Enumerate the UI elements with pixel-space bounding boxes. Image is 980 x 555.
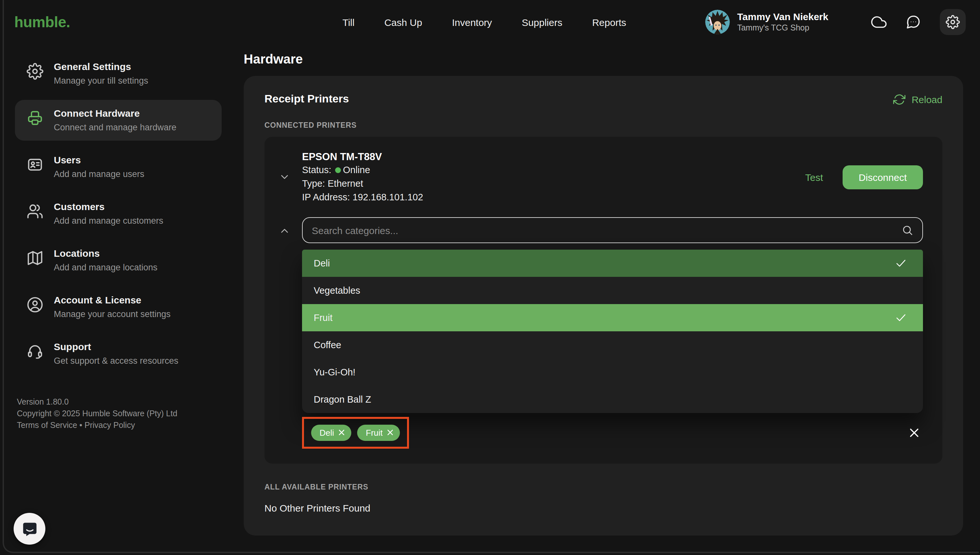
- main-content: Hardware Receipt Printers Reload CONNECT…: [235, 44, 980, 555]
- legal-links[interactable]: Terms of Service • Privacy Policy: [17, 420, 222, 431]
- category-collapse-button[interactable]: [275, 225, 294, 449]
- top-bar: humble. Till Cash Up Inventory Suppliers…: [0, 0, 980, 44]
- category-option[interactable]: Yu-Gi-Oh!: [302, 359, 923, 386]
- nav-item-till[interactable]: Till: [343, 16, 354, 27]
- nav-item-reports[interactable]: Reports: [592, 16, 626, 27]
- sidebar-footer: Version 1.80.0 Copyright © 2025 Humble S…: [17, 396, 222, 431]
- chevron-down-icon: [275, 171, 294, 183]
- sidebar-item-users[interactable]: Users Add and manage users: [15, 146, 222, 188]
- id-card-icon: [27, 156, 43, 173]
- check-icon: [894, 311, 907, 324]
- people-icon: [27, 203, 43, 220]
- sidebar-item-title: Customers: [54, 201, 163, 212]
- printer-name: EPSON TM-T88V: [302, 150, 423, 164]
- disconnect-button[interactable]: Disconnect: [842, 165, 923, 189]
- map-icon: [27, 250, 43, 266]
- refresh-icon: [894, 93, 906, 105]
- printer-row: EPSON TM-T88V Status:Online Type: Ethern…: [264, 137, 942, 216]
- category-tag-label: Deli: [320, 428, 334, 437]
- printer-type-line: Type: Ethernet: [302, 177, 423, 191]
- printer-panel: EPSON TM-T88V Status:Online Type: Ethern…: [264, 137, 942, 464]
- printer-status-value: Online: [343, 165, 370, 175]
- printer-expand-button[interactable]: [275, 171, 294, 183]
- app-window: humble. Till Cash Up Inventory Suppliers…: [0, 0, 980, 555]
- sidebar-item-title: General Settings: [54, 61, 148, 72]
- sidebar-item-subtitle: Add and manage customers: [54, 216, 163, 226]
- category-option[interactable]: Vegetables: [302, 277, 923, 304]
- category-option-label: Yu-Gi-Oh!: [314, 367, 355, 377]
- sidebar-item-subtitle: Connect and manage hardware: [54, 122, 176, 132]
- copyright: Copyright © 2025 Humble Software (Pty) L…: [17, 408, 222, 420]
- humble-logo[interactable]: humble.: [14, 13, 70, 31]
- printer-actions: Test Disconnect: [805, 165, 923, 189]
- category-tag[interactable]: Deli: [311, 424, 352, 441]
- headset-icon: [27, 343, 43, 360]
- category-option[interactable]: Deli: [302, 250, 923, 277]
- sidebar-item-subtitle: Manage your till settings: [54, 76, 148, 86]
- category-dropdown: Deli Vegetables: [302, 250, 923, 413]
- category-option-label: Dragon Ball Z: [314, 394, 371, 404]
- sidebar-item-locations[interactable]: Locations Add and manage locations: [15, 240, 222, 281]
- sidebar-item-subtitle: Get support & access resources: [54, 356, 178, 366]
- category-option[interactable]: Fruit: [302, 304, 923, 331]
- check-icon: [894, 257, 907, 270]
- remove-tag-icon[interactable]: [338, 428, 346, 436]
- chevron-up-icon: [275, 225, 294, 237]
- sidebar-item-subtitle: Add and manage locations: [54, 263, 157, 272]
- available-printers-heading: ALL AVAILABLE PRINTERS: [264, 483, 942, 491]
- chat-bubble-icon: [21, 520, 38, 537]
- printer-status-line: Status:Online: [302, 164, 423, 177]
- remove-tag-icon[interactable]: [387, 428, 394, 436]
- sidebar-item-support[interactable]: Support Get support & access resources: [15, 333, 222, 374]
- category-option-label: Deli: [314, 258, 330, 268]
- close-icon: [908, 426, 921, 439]
- nav-item-cash-up[interactable]: Cash Up: [384, 16, 422, 27]
- nav-item-suppliers[interactable]: Suppliers: [522, 16, 562, 27]
- sidebar-item-customers[interactable]: Customers Add and manage customers: [15, 193, 222, 234]
- clear-selection-button[interactable]: [908, 426, 921, 439]
- printer-type-value: Ethernet: [328, 178, 363, 189]
- settings-sidebar: General Settings Manage your till settin…: [0, 44, 235, 555]
- printer-icon: [27, 109, 43, 127]
- printer-ip-line: IP Address: 192.168.101.102: [302, 191, 423, 204]
- user-info: Tammy Van Niekerk Tammy's TCG Shop: [737, 11, 828, 34]
- cloud-sync-icon[interactable]: [871, 14, 887, 30]
- category-option-label: Coffee: [314, 340, 341, 350]
- settings-button[interactable]: [940, 9, 966, 35]
- selected-tags-row: Deli Fruit: [302, 415, 923, 449]
- category-option[interactable]: Coffee: [302, 331, 923, 359]
- category-option[interactable]: Dragon Ball Z: [302, 386, 923, 413]
- sidebar-item-subtitle: Add and manage users: [54, 169, 144, 179]
- search-icon: [902, 225, 913, 236]
- category-search-input[interactable]: [312, 225, 902, 236]
- top-bar-icons: [871, 9, 966, 35]
- test-button[interactable]: Test: [805, 172, 823, 183]
- reload-button[interactable]: Reload: [894, 93, 942, 105]
- sidebar-item-general-settings[interactable]: General Settings Manage your till settin…: [15, 53, 222, 94]
- sidebar-item-connect-hardware[interactable]: Connect Hardware Connect and manage hard…: [15, 100, 222, 141]
- category-tag-label: Fruit: [366, 428, 383, 437]
- nav-item-inventory[interactable]: Inventory: [452, 16, 492, 27]
- help-chat-button[interactable]: [14, 513, 45, 545]
- category-tag[interactable]: Fruit: [357, 424, 400, 441]
- printer-ip-value: 192.168.101.102: [352, 192, 423, 202]
- user-menu[interactable]: Tammy Van Niekerk Tammy's TCG Shop: [706, 10, 828, 34]
- category-section: Deli Vegetables: [264, 216, 942, 464]
- sidebar-item-title: Users: [54, 154, 144, 165]
- app-version: Version 1.80.0: [17, 396, 222, 408]
- sidebar-item-title: Connect Hardware: [54, 107, 176, 119]
- no-printers-message: No Other Printers Found: [264, 502, 942, 513]
- sidebar-item-account-license[interactable]: Account & License Manage your account se…: [15, 287, 222, 327]
- connected-printers-heading: CONNECTED PRINTERS: [264, 121, 942, 129]
- account-circle-icon: [27, 296, 43, 313]
- chat-icon[interactable]: [905, 14, 921, 30]
- reload-label: Reload: [912, 94, 942, 105]
- avatar[interactable]: [706, 10, 730, 34]
- gear-icon: [27, 63, 43, 80]
- page-title: Hardware: [244, 52, 980, 67]
- category-option-label: Vegetables: [314, 285, 360, 296]
- sidebar-item-title: Locations: [54, 248, 157, 259]
- status-dot: [335, 167, 341, 173]
- user-org: Tammy's TCG Shop: [737, 23, 828, 33]
- category-search-box: [302, 217, 923, 243]
